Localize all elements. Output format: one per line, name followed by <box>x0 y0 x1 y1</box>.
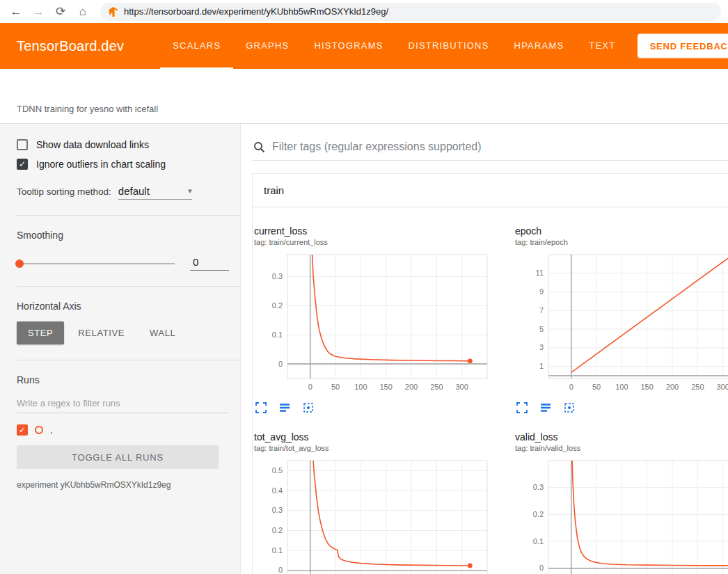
app-header: TensorBoard.dev SCALARS GRAPHS HISTOGRAM… <box>0 23 728 69</box>
checkbox-label: Show data download links <box>36 139 149 150</box>
tag-group-title[interactable]: train <box>253 174 728 207</box>
show-download-links-checkbox[interactable]: Show data download links <box>17 139 229 150</box>
svg-text:0.2: 0.2 <box>272 301 283 310</box>
divider <box>17 360 240 360</box>
svg-text:0.2: 0.2 <box>272 526 283 534</box>
chart-tag: tag: train/tot_avg_loss <box>254 444 494 452</box>
dropdown-value: default <box>118 185 150 197</box>
svg-text:0.1: 0.1 <box>272 330 283 339</box>
tab-text[interactable]: TEXT <box>576 23 628 69</box>
ignore-outliers-checkbox[interactable]: Ignore outliers in chart scaling <box>17 159 229 170</box>
smoothing-slider[interactable] <box>17 263 175 264</box>
divider <box>17 286 240 287</box>
chevron-down-icon: ▾ <box>188 186 192 196</box>
smoothing-row: 0 <box>17 256 229 271</box>
expand-chart-icon[interactable] <box>516 402 528 413</box>
checkbox-label: Ignore outliers in chart scaling <box>36 159 166 170</box>
svg-text:0: 0 <box>278 566 283 574</box>
horizontal-axis-buttons: STEP RELATIVE WALL <box>17 321 229 344</box>
chart-tag: tag: train/current_loss <box>254 238 494 246</box>
charts-grid: current_loss tag: train/current_loss 00.… <box>253 207 728 574</box>
svg-text:0: 0 <box>308 383 312 391</box>
settings-sidebar: Show data download links Ignore outliers… <box>0 124 241 574</box>
chart-card: epoch tag: train/epoch 13579110501001502… <box>515 225 728 413</box>
svg-text:1: 1 <box>539 362 544 370</box>
axis-relative-button[interactable]: RELATIVE <box>67 321 136 344</box>
run-checkbox-icon[interactable] <box>17 424 28 436</box>
svg-text:200: 200 <box>405 383 418 391</box>
header-tabs: SCALARS GRAPHS HISTOGRAMS DISTRIBUTIONS … <box>160 23 628 69</box>
fit-domain-icon[interactable] <box>303 402 314 413</box>
chart-card: valid_loss tag: train/valid_loss 00.10.2… <box>515 431 728 574</box>
tensorboard-favicon-icon <box>109 7 118 17</box>
tooltip-sorting-label: Tooltip sorting method: <box>17 186 111 197</box>
tooltip-sorting-row: Tooltip sorting method: default ▾ <box>17 185 229 200</box>
forward-icon[interactable]: → <box>29 3 47 21</box>
runs-label: Runs <box>17 374 229 385</box>
filter-tags-input[interactable] <box>272 141 728 153</box>
svg-text:0.3: 0.3 <box>272 506 283 514</box>
tab-graphs[interactable]: GRAPHS <box>233 23 301 69</box>
svg-text:0.2: 0.2 <box>533 510 544 518</box>
svg-text:5: 5 <box>539 325 544 333</box>
svg-text:3: 3 <box>539 343 544 351</box>
browser-toolbar: ← → ⟳ ⌂ https://tensorboard.dev/experime… <box>0 0 728 23</box>
svg-text:0.3: 0.3 <box>533 483 544 491</box>
filter-tags-row <box>252 138 728 161</box>
axis-wall-button[interactable]: WALL <box>139 321 187 344</box>
checkbox-unchecked-icon <box>17 139 28 150</box>
svg-text:0: 0 <box>539 564 544 572</box>
svg-text:300: 300 <box>455 383 468 391</box>
svg-text:0.4: 0.4 <box>272 486 283 495</box>
fit-domain-icon[interactable] <box>564 402 575 413</box>
line-chart[interactable]: 1357911050100150200250300 <box>515 252 728 397</box>
app-logo[interactable]: TensorBoard.dev <box>17 38 124 54</box>
address-bar[interactable]: https://tensorboard.dev/experiment/yKUbh… <box>100 3 721 21</box>
smoothing-value-field[interactable]: 0 <box>190 256 229 271</box>
chart-toolbar <box>254 402 494 413</box>
home-icon[interactable]: ⌂ <box>74 3 92 21</box>
divider <box>17 215 240 216</box>
url-text[interactable]: https://tensorboard.dev/experiment/yKUbh… <box>124 6 388 17</box>
chart-card: current_loss tag: train/current_loss 00.… <box>254 225 494 413</box>
chart-title: tot_avg_loss <box>254 431 494 443</box>
expand-chart-icon[interactable] <box>255 402 267 413</box>
scalars-content: train current_loss tag: train/current_lo… <box>241 124 728 574</box>
tab-scalars[interactable]: SCALARS <box>160 23 233 69</box>
svg-text:50: 50 <box>331 383 340 391</box>
slider-thumb[interactable] <box>15 260 24 268</box>
experiment-strip: TDNN training for yesno with icefall <box>0 69 728 124</box>
line-chart[interactable]: 00.10.20.3050100150200250300 <box>515 458 728 574</box>
tab-distributions[interactable]: DISTRIBUTIONS <box>396 23 502 69</box>
line-chart[interactable]: 00.10.20.3050100150200250300 <box>254 252 494 397</box>
svg-text:100: 100 <box>354 383 367 391</box>
smoothing-label: Smoothing <box>17 230 229 241</box>
toggle-all-runs-button[interactable]: TOGGLE ALL RUNS <box>17 445 219 469</box>
svg-text:150: 150 <box>380 383 393 391</box>
svg-text:200: 200 <box>666 383 679 391</box>
svg-text:0: 0 <box>278 360 283 368</box>
tab-hparams[interactable]: HPARAMS <box>502 23 577 69</box>
tab-histograms[interactable]: HISTOGRAMS <box>301 23 395 69</box>
line-chart[interactable]: 00.10.20.30.40.5050100150200250300 <box>254 458 494 574</box>
axis-step-button[interactable]: STEP <box>17 321 64 344</box>
runs-selector-icon[interactable] <box>540 402 551 413</box>
send-feedback-button[interactable]: SEND FEEDBACK <box>638 34 728 58</box>
svg-text:50: 50 <box>592 383 601 391</box>
search-icon <box>253 141 265 153</box>
svg-text:7: 7 <box>539 306 544 314</box>
run-row[interactable]: . <box>17 424 229 436</box>
tooltip-sorting-dropdown[interactable]: default ▾ <box>118 185 192 200</box>
reload-icon[interactable]: ⟳ <box>52 3 70 21</box>
svg-text:150: 150 <box>641 383 654 391</box>
chart-tag: tag: train/valid_loss <box>515 444 728 452</box>
chart-toolbar <box>515 402 728 413</box>
svg-text:9: 9 <box>539 287 544 296</box>
chart-title: valid_loss <box>515 431 728 443</box>
run-color-icon <box>35 426 43 434</box>
back-icon[interactable]: ← <box>7 3 25 21</box>
svg-text:11: 11 <box>536 269 544 277</box>
runs-filter-input[interactable] <box>17 395 229 413</box>
runs-selector-icon[interactable] <box>279 402 290 413</box>
chart-title: epoch <box>515 225 728 237</box>
